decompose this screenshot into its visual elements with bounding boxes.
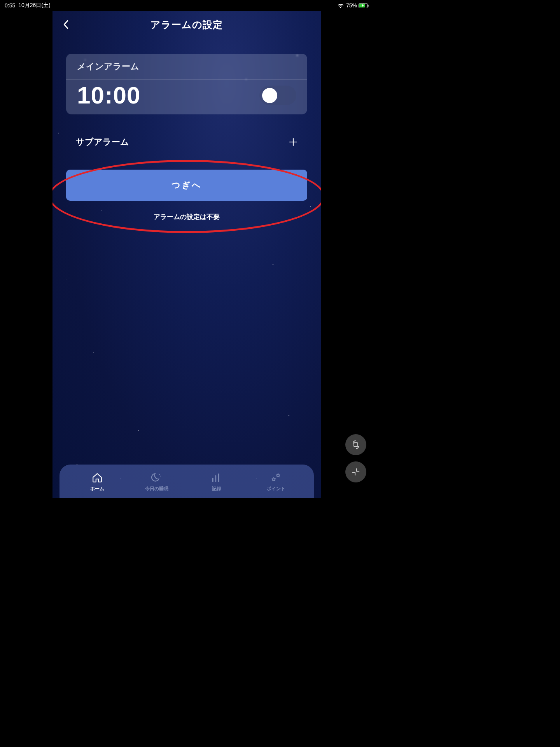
tab-records[interactable]: 記録 <box>187 472 247 492</box>
skip-alarm-link[interactable]: アラームの設定は不要 <box>66 212 307 221</box>
wifi-icon <box>338 3 344 8</box>
page-title: アラームの設定 <box>150 18 223 31</box>
battery-status: 75% <box>346 2 369 9</box>
tab-bar: ホーム 今日の睡眠 記録 ポイント <box>60 465 314 498</box>
svg-rect-2 <box>368 4 369 7</box>
status-right: 75% <box>338 2 369 9</box>
bar-chart-icon <box>211 472 222 484</box>
moon-icon <box>151 472 163 484</box>
back-button[interactable] <box>61 20 70 29</box>
status-date: 10月26日(土) <box>18 2 50 9</box>
tab-home[interactable]: ホーム <box>67 472 127 492</box>
status-bar: 0:55 10月26日(土) 75% <box>0 0 373 11</box>
overlay-copy-button[interactable] <box>345 434 366 455</box>
sub-alarm-row: サブアラーム <box>66 114 307 148</box>
svg-rect-5 <box>354 443 358 447</box>
main-alarm-card[interactable]: メインアラーム 10:00 <box>66 54 307 114</box>
main-alarm-time[interactable]: 10:00 <box>77 83 141 107</box>
sub-alarm-label: サブアラーム <box>76 136 129 148</box>
tab-records-label: 記録 <box>212 486 221 492</box>
battery-pct: 75% <box>346 2 357 9</box>
tab-points[interactable]: ポイント <box>247 472 306 492</box>
status-left: 0:55 10月26日(土) <box>5 2 51 9</box>
overlay-collapse-button[interactable] <box>345 461 366 482</box>
app-frame: アラームの設定 メインアラーム 10:00 サブアラーム つぎへ アラームの設定… <box>52 11 321 498</box>
battery-icon <box>359 3 369 8</box>
main-alarm-body: 10:00 <box>66 80 307 114</box>
status-time: 0:55 <box>5 2 15 9</box>
tab-today-sleep[interactable]: 今日の睡眠 <box>127 472 187 492</box>
main-alarm-label: メインアラーム <box>66 54 307 80</box>
svg-point-4 <box>160 476 161 477</box>
toggle-knob <box>262 88 277 103</box>
stars-icon <box>270 472 282 484</box>
content: メインアラーム 10:00 サブアラーム つぎへ アラームの設定は不要 <box>52 38 321 221</box>
next-button[interactable]: つぎへ <box>66 170 307 201</box>
svg-point-3 <box>159 474 160 475</box>
add-sub-alarm-button[interactable] <box>289 136 298 148</box>
main-alarm-toggle[interactable] <box>259 86 296 105</box>
tab-points-label: ポイント <box>267 486 285 492</box>
header: アラームの設定 <box>52 11 321 38</box>
home-icon <box>91 472 103 484</box>
tab-today-label: 今日の睡眠 <box>145 486 168 492</box>
action-zone: つぎへ アラームの設定は不要 <box>66 170 307 221</box>
tab-home-label: ホーム <box>90 486 104 492</box>
